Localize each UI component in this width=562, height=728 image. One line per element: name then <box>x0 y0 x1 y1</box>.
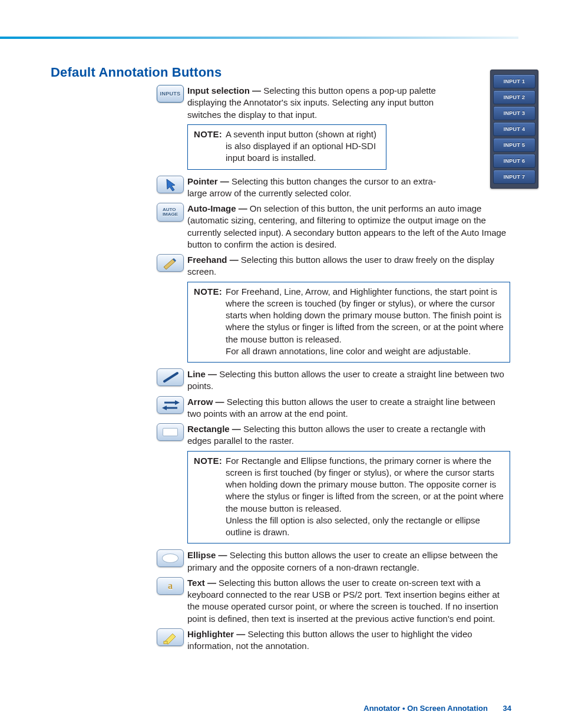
inputs-icon: INPUTS <box>157 85 184 103</box>
note-2a-body: For Freehand, Line, Arrow, and Highlight… <box>226 286 504 345</box>
svg-rect-3 <box>164 641 167 644</box>
line-term: Line — <box>187 369 219 379</box>
freehand-term: Freehand — <box>187 255 241 265</box>
highlighter-term: Highlighter — <box>187 629 248 639</box>
auto-image-icon: AUTO IMAGE <box>157 203 184 222</box>
pointer-icon <box>157 176 184 193</box>
note-3b-body: Unless the fill option is also selected,… <box>226 515 504 539</box>
footer-section: Annotator • On Screen Annotation <box>363 704 488 713</box>
arrow-term: Arrow — <box>187 397 227 407</box>
text-icon: a <box>157 577 184 595</box>
svg-line-0 <box>164 373 177 381</box>
ellipse-desc: Selecting this button allows the user to… <box>187 550 498 572</box>
input-selection-term: Input selection — <box>187 85 263 95</box>
note-label: NOTE: <box>194 455 226 467</box>
rectangle-icon <box>157 423 184 441</box>
text-term: Text — <box>187 578 219 588</box>
line-desc: Selecting this button allows the user to… <box>187 369 504 391</box>
note-2b-body: For all drawn annotations, line color an… <box>226 345 504 357</box>
note-label: NOTE: <box>194 129 226 140</box>
ellipse-icon <box>157 549 184 567</box>
text-desc: Selecting this button allows the user to… <box>187 578 500 624</box>
highlighter-icon <box>157 628 184 646</box>
note-3a-body: For Rectangle and Ellipse functions, the… <box>226 455 504 515</box>
rectangle-term: Rectangle — <box>187 424 243 434</box>
arrow-desc: Selecting this button allows the user to… <box>187 397 495 419</box>
note-1-body: A seventh input button (shown at right) … <box>226 129 380 164</box>
ellipse-term: Ellipse — <box>187 550 230 560</box>
header-rule <box>0 37 518 39</box>
footer-page-number: 34 <box>503 704 511 713</box>
freehand-icon <box>157 254 184 272</box>
page-footer: Annotator • On Screen Annotation 34 <box>363 704 511 713</box>
note-label: NOTE: <box>194 286 226 298</box>
line-icon <box>157 368 184 386</box>
page-title: Default Annotation Buttons <box>51 65 510 80</box>
pointer-term: Pointer — <box>187 176 232 186</box>
arrow-icon <box>157 396 184 414</box>
auto-image-term: Auto-Image — <box>187 203 250 213</box>
